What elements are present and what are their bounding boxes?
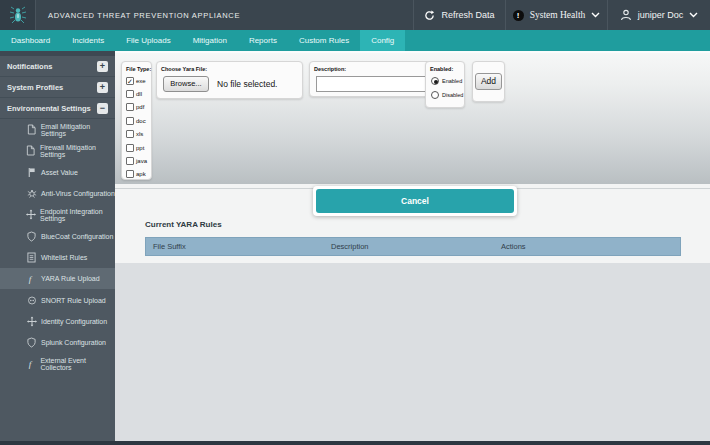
expand-plus-icon[interactable]: + <box>97 82 108 93</box>
atp-appliance-window: ADVANCED THREAT PREVENTION APPLIANCE Ref… <box>0 0 710 445</box>
tab-mitigation[interactable]: Mitigation <box>182 30 238 51</box>
description-label: Description: <box>310 62 440 74</box>
choose-file-label: Choose Yara File: <box>157 62 302 74</box>
shield-icon <box>26 231 37 242</box>
main-nav: Dashboard Incidents File Uploads Mitigat… <box>0 30 710 51</box>
checkbox-unchecked[interactable] <box>126 170 134 178</box>
endpoint-icon <box>26 209 36 220</box>
list-icon <box>26 252 37 263</box>
sidebar-item-label: Whitelist Rules <box>41 254 87 261</box>
group-label: System Profiles <box>7 83 97 92</box>
sidebar-item-firewall-mitigation[interactable]: Firewall Mitigation Settings <box>0 140 115 161</box>
expand-plus-icon[interactable]: + <box>97 61 108 72</box>
sidebar-item-label: YARA Rule Upload <box>41 275 100 282</box>
checkbox-row-dll[interactable]: dll <box>122 87 151 100</box>
cancel-card: Cancel <box>313 186 517 216</box>
sidebar-item-label: Anti-Virus Configuration <box>41 190 115 197</box>
yara-upload-form: File Type: ✓ exe dll pdf doc xls <box>115 51 710 184</box>
sidebar-item-snort-rule-upload[interactable]: SNORT Rule Upload <box>0 289 115 310</box>
yara-rules-table-header: File Suffix Description Actions <box>145 237 681 256</box>
sidebar-item-list: Email Mitigation Settings Firewall Mitig… <box>0 119 115 375</box>
radio-unselected[interactable] <box>431 91 439 99</box>
refresh-data-button[interactable]: Refresh Data <box>413 0 505 30</box>
sidebar-item-identity-configuration[interactable]: Identity Configuration <box>0 311 115 332</box>
sidebar-item-bluecoat[interactable]: BlueCoat Configuration <box>0 225 115 246</box>
app-title: ADVANCED THREAT PREVENTION APPLIANCE <box>36 0 413 30</box>
user-menu[interactable]: juniper Doc <box>607 0 710 30</box>
checkbox-unchecked[interactable] <box>126 117 134 125</box>
checkbox-unchecked[interactable] <box>126 130 134 138</box>
top-bar: ADVANCED THREAT PREVENTION APPLIANCE Ref… <box>0 0 710 30</box>
tab-config[interactable]: Config <box>360 30 405 51</box>
bug-icon <box>26 188 37 199</box>
group-label: Notifications <box>7 62 97 71</box>
sidebar-group-environmental-settings[interactable]: Environmental Settings − <box>0 98 115 119</box>
checkbox-row-xls[interactable]: xls <box>122 128 151 141</box>
collapse-minus-icon[interactable]: − <box>97 103 108 114</box>
tab-reports[interactable]: Reports <box>238 30 288 51</box>
checkbox-row-apk[interactable]: apk <box>122 168 151 181</box>
sidebar-item-label: Email Mitigation Settings <box>41 123 115 137</box>
file-type-panel: File Type: ✓ exe dll pdf doc xls <box>121 61 152 180</box>
tab-incidents[interactable]: Incidents <box>61 30 115 51</box>
chevron-down-icon <box>591 12 600 18</box>
column-header-description: Description <box>324 242 494 251</box>
snort-icon <box>26 295 37 306</box>
system-health-label: System Health <box>530 10 586 20</box>
checkbox-row-ppt[interactable]: ppt <box>122 141 151 154</box>
enabled-label: Enabled: <box>426 62 464 74</box>
checkbox-unchecked[interactable] <box>126 103 134 111</box>
spider-logo-icon <box>8 5 28 25</box>
svg-text:f: f <box>29 274 33 284</box>
radio-selected[interactable] <box>431 77 439 85</box>
tab-dashboard[interactable]: Dashboard <box>0 30 61 51</box>
sidebar-item-label: Endpoint Integration Settings <box>40 208 115 222</box>
sidebar-item-anti-virus[interactable]: Anti-Virus Configuration <box>0 183 115 204</box>
health-status-icon: ! <box>513 10 524 21</box>
current-yara-rules-title: Current YARA Rules <box>145 220 222 229</box>
script-f-icon: f <box>26 358 36 369</box>
column-header-actions: Actions <box>494 242 680 251</box>
sidebar-item-email-mitigation[interactable]: Email Mitigation Settings <box>0 119 115 140</box>
document-icon <box>26 145 36 156</box>
file-type-label: File Type: <box>122 62 151 74</box>
add-panel: Add <box>472 61 505 102</box>
checkbox-row-java[interactable]: java <box>122 154 151 167</box>
checkbox-row-exe[interactable]: ✓ exe <box>122 74 151 87</box>
system-health-menu[interactable]: ! System Health <box>505 0 607 30</box>
checkbox-unchecked[interactable] <box>126 144 134 152</box>
radio-row-disabled[interactable]: Disabled <box>426 88 464 102</box>
sidebar-group-system-profiles[interactable]: System Profiles + <box>0 77 115 98</box>
checkbox-row-pdf[interactable]: pdf <box>122 101 151 114</box>
move-arrows-icon <box>26 316 37 327</box>
checkbox-unchecked[interactable] <box>126 157 134 165</box>
cancel-button[interactable]: Cancel <box>316 189 514 213</box>
file-status-text: No file selected. <box>217 79 277 89</box>
chevron-down-icon <box>689 12 698 18</box>
sidebar-item-label: BlueCoat Configuration <box>41 233 113 240</box>
description-input[interactable] <box>316 76 436 92</box>
refresh-label: Refresh Data <box>441 10 494 20</box>
document-icon <box>26 124 37 135</box>
sidebar-item-endpoint-integration[interactable]: Endpoint Integration Settings <box>0 204 115 225</box>
column-header-file-suffix: File Suffix <box>146 242 324 251</box>
choose-file-panel: Choose Yara File: Browse... No file sele… <box>156 61 303 99</box>
checkbox-row-doc[interactable]: doc <box>122 114 151 127</box>
sidebar-item-external-event-collectors[interactable]: f External Event Collectors <box>0 353 115 374</box>
sidebar-item-yara-rule-upload[interactable]: f YARA Rule Upload <box>0 268 115 289</box>
sidebar-item-label: External Event Collectors <box>40 357 115 371</box>
add-button[interactable]: Add <box>475 73 502 90</box>
checkbox-unchecked[interactable] <box>126 90 134 98</box>
sidebar-item-asset-value[interactable]: Asset Value <box>0 162 115 183</box>
sidebar-item-splunk-configuration[interactable]: Splunk Configuration <box>0 332 115 353</box>
refresh-icon <box>424 10 435 21</box>
shield-icon <box>26 337 37 348</box>
sidebar-item-whitelist-rules[interactable]: Whitelist Rules <box>0 247 115 268</box>
tab-file-uploads[interactable]: File Uploads <box>115 30 181 51</box>
radio-row-enabled[interactable]: Enabled <box>426 74 464 88</box>
browse-button[interactable]: Browse... <box>163 76 209 92</box>
enabled-panel: Enabled: Enabled Disabled <box>425 61 465 108</box>
sidebar-group-notifications[interactable]: Notifications + <box>0 56 115 77</box>
tab-custom-rules[interactable]: Custom Rules <box>288 30 360 51</box>
checkbox-checked[interactable]: ✓ <box>126 77 134 85</box>
